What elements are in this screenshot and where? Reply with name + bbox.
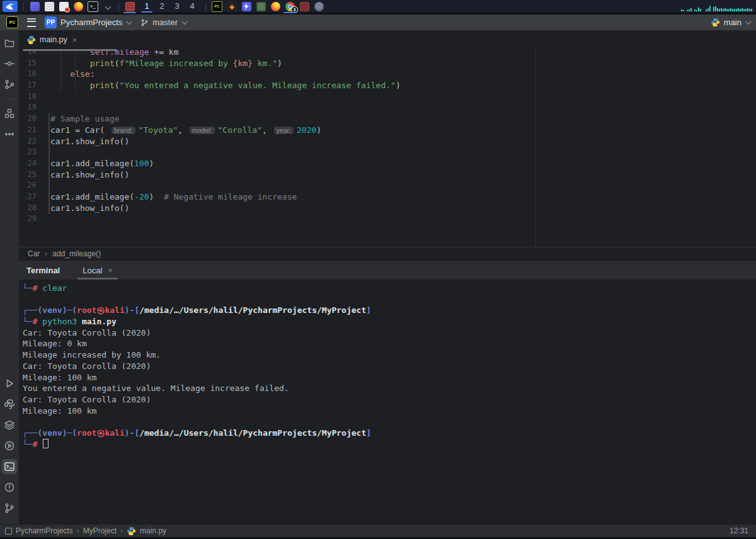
code-line[interactable]: 19 [19,102,756,113]
chrome-notification-badge: 3 [291,6,298,13]
monitor-bar [689,9,690,11]
python-console-icon[interactable] [2,397,17,412]
line-number[interactable]: 28 [19,203,37,214]
code-line[interactable]: 18 [19,91,756,103]
code-line[interactable]: 27car1.add_mileage(-20) # Negative milea… [19,191,756,203]
taskbar-green-app-icon[interactable] [256,1,266,11]
taskbar-app-red-icon[interactable] [125,1,135,11]
code-line[interactable]: 21car1 = Car( brand:"Toyota", model:"Cor… [19,125,756,136]
terminal-output[interactable]: └─# clear┌──(venv)─(root㉿kali)-[/media/…… [19,280,756,524]
code-line[interactable]: 17 print("You entered a negative value. … [19,80,756,91]
terminal-line: You entered a negative value. Mileage in… [23,383,756,394]
python-packages-icon[interactable] [2,438,17,453]
terminal-line: Mileage: 100 km [23,372,756,383]
breadcrumb-item[interactable]: Car [28,249,40,258]
run-config-name: main [724,18,742,27]
workspace-1[interactable]: 1 [139,0,154,13]
code-line[interactable]: 29 [19,213,756,225]
taskbar-pycharm-icon[interactable]: PC [212,1,222,11]
line-number[interactable]: 16 [19,69,37,80]
line-number[interactable]: 25 [19,169,37,181]
line-number[interactable]: 26 [19,180,37,191]
line-number[interactable]: 20 [19,113,37,125]
taskbar-discord-icon[interactable] [314,1,324,11]
monitor-bar [721,8,722,11]
monitor-bar [734,9,735,11]
code-text: car1 = Car( brand:"Toyota", model:"Corol… [50,125,321,136]
close-tab-icon[interactable]: × [72,36,77,44]
code-line[interactable]: 26 [19,180,756,191]
terminal-toolwindow-icon[interactable] [2,459,17,474]
project-folder-icon[interactable] [2,35,17,50]
line-number[interactable]: 22 [19,136,37,147]
code-line[interactable]: 20# Sample usage [19,113,756,125]
tab-main-py[interactable]: main.py × [19,30,83,49]
git-toolwindow-icon[interactable] [2,501,17,516]
monitor-bar [736,9,737,11]
terminal-title[interactable]: Terminal [26,266,60,275]
kali-menu-button[interactable] [3,1,18,12]
code-line[interactable]: 22car1.show_info() [19,136,756,147]
code-editor[interactable]: 14 self.mileage += km15 print(f"Mileage … [19,49,756,247]
terminal-line: ┌──(venv)─(root㉿kali)-[/media/…/Users/ha… [23,305,756,316]
run-toolwindow-icon[interactable] [2,376,17,391]
monitor-bar [713,7,714,11]
monitor-bar [683,10,684,11]
code-line[interactable]: 24car1.add_mileage(100) [19,158,756,169]
taskbar-bolt-app-icon[interactable] [241,1,251,11]
line-number[interactable]: 21 [19,125,37,136]
workspace-3[interactable]: 3 [169,0,185,13]
close-terminal-tab-icon[interactable]: × [108,266,113,275]
status-bar: PycharmProjects›MyProject›main.py 12:31 [0,524,756,537]
line-number[interactable]: 17 [19,80,37,91]
code-text: else: [50,69,94,80]
commit-icon[interactable] [2,56,17,71]
run-configuration-widget[interactable]: main [711,18,750,27]
structure-icon[interactable] [2,106,17,121]
monitor-bar [717,8,718,11]
terminal-line: Car: Toyota Corolla (2020) [23,361,756,372]
terminal-dropdown-chevron-icon[interactable] [103,1,113,11]
code-line[interactable]: 23 [19,147,756,158]
code-line[interactable]: 14 self.mileage += km [19,49,756,58]
workspace-2[interactable]: 2 [154,0,169,13]
workspace-4[interactable]: 4 [185,0,200,13]
status-path-item[interactable]: MyProject [83,526,117,535]
more-toolwindows-icon[interactable] [2,127,17,142]
status-path-item[interactable]: PycharmProjects [16,526,73,535]
code-text: print(f"Mileage increased by {km} km.") [50,58,282,69]
line-number[interactable]: 19 [19,102,37,113]
version-control-icon[interactable] [2,77,17,92]
monitor-bar [726,9,728,11]
services-icon[interactable] [2,417,17,433]
launcher-firefox-icon[interactable] [73,1,83,11]
code-line[interactable]: 28car1.show_info() [19,203,756,214]
code-line[interactable]: 25car1.show_info() [19,169,756,181]
launcher-texteditor-icon[interactable] [59,1,69,11]
line-number[interactable]: 24 [19,158,37,169]
line-number[interactable]: 29 [19,213,37,225]
taskbar-burpsuite-icon[interactable]: ◆ [227,1,237,11]
line-number[interactable]: 23 [19,147,37,158]
code-line[interactable]: 16 else: [19,69,756,80]
launcher-notes-icon[interactable] [44,1,54,11]
taskbar-chrome-icon[interactable]: 3 [285,1,295,11]
system-monitor-graph[interactable] [677,2,753,11]
status-path-item[interactable]: main.py [140,526,166,535]
main-menu-button[interactable] [27,18,36,27]
problems-icon[interactable] [2,480,17,495]
launcher-files-icon[interactable] [30,1,40,11]
code-line[interactable]: 15 print(f"Mileage increased by {km} km.… [19,58,756,69]
line-number[interactable]: 27 [19,191,37,203]
terminal-line: Car: Toyota Corolla (2020) [23,394,756,406]
taskbar-red-app2-icon[interactable] [299,1,309,11]
terminal-tab-local[interactable]: Local × [76,261,119,280]
vcs-branch-widget[interactable]: master [140,18,186,27]
launcher-terminal-icon[interactable]: >_ [88,1,98,11]
project-widget[interactable]: PP PycharmProjects [45,16,130,28]
breadcrumb-item[interactable]: add_mileage() [52,249,101,258]
line-number[interactable]: 15 [19,58,37,69]
line-number[interactable]: 18 [19,91,37,103]
taskbar-firefox-icon[interactable] [270,1,280,11]
status-path[interactable]: PycharmProjects›MyProject›main.py [16,526,166,536]
